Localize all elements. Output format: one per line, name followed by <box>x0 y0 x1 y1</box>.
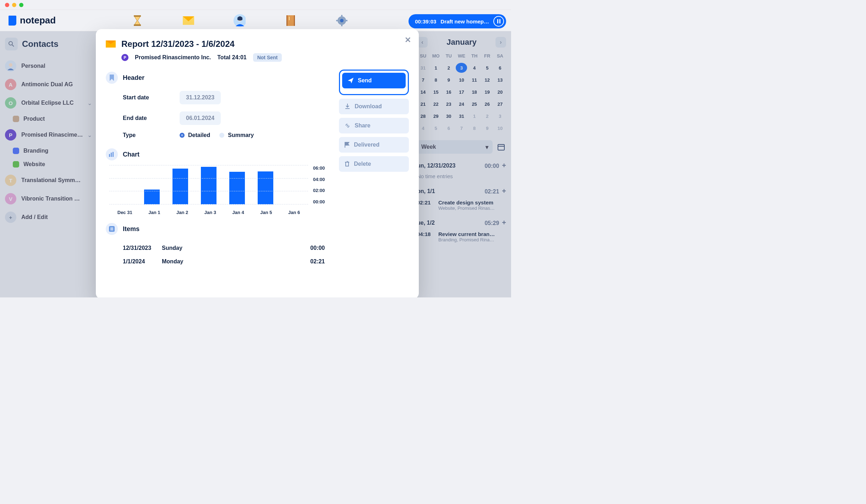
avatar-icon: T <box>5 175 16 186</box>
calendar-day[interactable]: 18 <box>469 87 480 97</box>
share-button[interactable]: Share <box>339 118 409 133</box>
calendar-day[interactable]: 11 <box>469 75 480 85</box>
add-entry-button[interactable]: + <box>502 219 506 226</box>
calendar-button[interactable] <box>496 142 506 152</box>
svg-rect-13 <box>345 20 347 21</box>
add-entry-button[interactable]: + <box>502 187 506 195</box>
calendar-day[interactable]: 4 <box>417 123 429 133</box>
sidebar-subitem[interactable]: Branding <box>4 144 94 158</box>
calendar-day[interactable]: 22 <box>430 99 442 109</box>
chart-bar <box>201 167 217 204</box>
calendar-day[interactable]: 4 <box>469 63 480 73</box>
top-nav <box>131 15 348 27</box>
sidebar-item[interactable]: Personal <box>4 57 94 75</box>
sidebar-subitem[interactable]: Product <box>4 112 94 126</box>
calendar-day[interactable]: 2 <box>482 111 493 121</box>
svg-point-9 <box>340 19 344 22</box>
avatar-icon[interactable] <box>234 15 246 27</box>
calendar-day[interactable]: 23 <box>443 99 454 109</box>
add-edit-label: Add / Edit <box>21 214 48 220</box>
report-modal: ✕ Report 12/31/2023 - 1/6/2024 P Promise… <box>96 29 419 297</box>
calendar-day[interactable]: 14 <box>417 87 429 97</box>
calendar-day[interactable]: 13 <box>494 75 506 85</box>
pause-button[interactable] <box>493 16 504 27</box>
sidebar-item[interactable]: OOrbital Eclipse LLC⌄ <box>4 94 94 112</box>
delivered-button[interactable]: Delivered <box>339 137 409 153</box>
calendar-day[interactable]: 8 <box>430 75 442 85</box>
calendar-dow: FR <box>481 51 493 61</box>
minimize-window-icon[interactable] <box>12 3 16 7</box>
end-date-value[interactable]: 06.01.2024 <box>180 111 221 125</box>
add-edit-button[interactable]: + Add / Edit <box>4 208 94 226</box>
calendar-dow: WE <box>455 51 467 61</box>
calendar-day[interactable]: 29 <box>430 111 442 121</box>
calendar-day[interactable]: 9 <box>443 75 454 85</box>
search-button[interactable] <box>5 38 18 50</box>
calendar-day[interactable]: 5 <box>430 123 442 133</box>
sidebar-item[interactable]: VVibronic Transition G… <box>4 190 94 208</box>
calendar-day[interactable]: 28 <box>417 111 429 121</box>
sidebar-item[interactable]: TTranslational Symmet… <box>4 171 94 190</box>
calendar-day[interactable]: 31 <box>456 111 467 121</box>
agenda-entry[interactable]: 04:18Review current brand…Branding, Prom… <box>417 231 506 242</box>
timer-elapsed: 00:39:03 <box>415 18 436 24</box>
calendar-day[interactable]: 7 <box>417 75 429 85</box>
calendar-day[interactable]: 31 <box>417 63 429 73</box>
calendar-day[interactable]: 10 <box>456 75 467 85</box>
timer-pill[interactable]: 00:39:03 Draft new homep… <box>409 14 506 28</box>
calendar-day[interactable]: 17 <box>456 87 467 97</box>
calendar-day[interactable]: 24 <box>456 99 467 109</box>
sidebar-item[interactable]: PPromised Rinascimen…⌄ <box>4 126 94 144</box>
calendar-day[interactable]: 19 <box>482 87 493 97</box>
calendar-day[interactable]: 9 <box>482 123 493 133</box>
calendar-day[interactable]: 12 <box>482 75 493 85</box>
view-select[interactable]: Week ▾ <box>417 140 493 154</box>
calendar-day[interactable]: 27 <box>494 99 506 109</box>
mail-icon[interactable] <box>182 15 194 27</box>
svg-point-14 <box>9 42 12 45</box>
close-window-icon[interactable] <box>5 3 9 7</box>
download-button[interactable]: Download <box>339 99 409 114</box>
sidebar-subitem[interactable]: Website <box>4 158 94 171</box>
item-row[interactable]: 1/1/2024Monday02:21 <box>123 255 325 268</box>
calendar-day[interactable]: 16 <box>443 87 454 97</box>
calendar-day[interactable]: 15 <box>430 87 442 97</box>
send-button[interactable]: Send <box>342 73 406 88</box>
calendar-day[interactable]: 6 <box>494 63 506 73</box>
hourglass-icon[interactable] <box>131 15 143 27</box>
calendar-day[interactable]: 20 <box>494 87 506 97</box>
gear-icon[interactable] <box>336 15 348 27</box>
calendar-day[interactable]: 5 <box>482 63 493 73</box>
item-dow: Monday <box>162 258 310 265</box>
calendar-day[interactable]: 25 <box>469 99 480 109</box>
calendar-day[interactable]: 1 <box>469 111 480 121</box>
calendar-day[interactable]: 2 <box>443 63 454 73</box>
delete-button[interactable]: Delete <box>339 156 409 172</box>
agenda-entry[interactable]: 02:21Create design systemWebsite, Promis… <box>417 199 506 211</box>
item-row[interactable]: 12/31/2023Sunday00:00 <box>123 241 325 255</box>
calendar-day[interactable]: 3 <box>494 111 506 121</box>
type-summary-radio[interactable]: Summary <box>219 132 254 138</box>
calendar-day[interactable]: 30 <box>443 111 454 121</box>
calendar-day[interactable]: 26 <box>482 99 493 109</box>
brand[interactable]: notepad <box>0 15 56 26</box>
calendar-day[interactable]: 1 <box>430 63 442 73</box>
sidebar-item[interactable]: AAntimonic Dual AG <box>4 75 94 94</box>
svg-rect-21 <box>113 152 114 157</box>
maximize-window-icon[interactable] <box>19 3 23 7</box>
calendar-day[interactable]: 21 <box>417 99 429 109</box>
type-detailed-radio[interactable]: Detailed <box>180 132 210 138</box>
notebook-icon[interactable] <box>285 15 297 27</box>
calendar-day[interactable]: 3 <box>456 63 467 73</box>
start-date-value[interactable]: 31.12.2023 <box>180 91 221 104</box>
download-icon <box>345 104 350 109</box>
month-next-button[interactable]: › <box>495 37 506 48</box>
add-entry-button[interactable]: + <box>502 161 506 169</box>
calendar-day[interactable]: 8 <box>469 123 480 133</box>
close-button[interactable]: ✕ <box>405 35 411 45</box>
svg-rect-17 <box>498 144 504 150</box>
calendar-day[interactable]: 7 <box>456 123 467 133</box>
bookmark-icon <box>106 72 118 84</box>
calendar-day[interactable]: 6 <box>443 123 454 133</box>
calendar-day[interactable]: 10 <box>494 123 506 133</box>
